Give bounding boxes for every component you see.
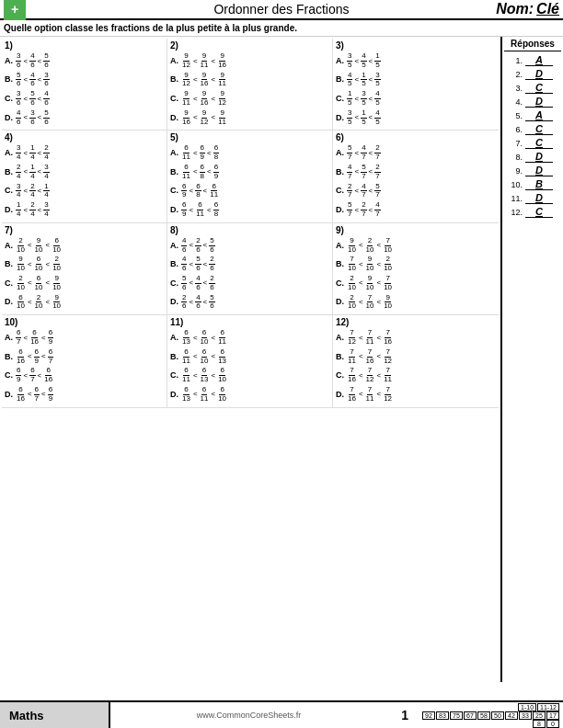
score-values-1: 92837567585042332517: [422, 711, 559, 720]
answer-item: 8.D: [504, 151, 561, 163]
answer-item: 9.D: [504, 165, 561, 176]
answers-column: Réponses 1.A2.D3.C4.D5.A6.C7.C8.D9.D10.B…: [500, 37, 563, 682]
q1-option-a: A. 36 < 46 < 56: [5, 52, 164, 70]
question-7: 7) A. 210< 910< 610 B. 910< 610< 210 C. …: [2, 223, 167, 315]
answers-title: Réponses: [504, 39, 561, 51]
instructions: Quelle option classe les fractions de la…: [0, 20, 563, 37]
question-6: 6) A. 57< 47< 27 B. 47< 57< 27 C. 27< 47…: [333, 131, 499, 222]
question-2: 2) A. 912< 911< 916 B. 912< 916< 911 C. …: [167, 39, 333, 131]
score-range-1: 1-10: [518, 703, 536, 711]
question-12: 12) A. 712< 711< 716 B. 711< 716< 712 C.…: [333, 315, 499, 407]
footer: Maths www.CommonCoreSheets.fr 1 1-10 11-…: [0, 700, 563, 728]
score-range-2: 11-12: [537, 703, 559, 711]
q1-option-d: D. 46 < 36 < 56: [5, 109, 164, 127]
header: + Ordonner des Fractions Nom: Clé: [0, 0, 563, 20]
answer-item: 11.D: [504, 192, 561, 204]
answers-list: 1.A2.D3.C4.D5.A6.C7.C8.D9.D10.B11.D12.C: [504, 54, 561, 218]
question-9: 9) A. 910< 210< 710 B. 710< 910< 210 C. …: [333, 223, 499, 315]
question-1: 1) A. 36 < 46 < 56 B.: [2, 39, 167, 131]
page-title: Ordonner des Fractions: [213, 2, 349, 17]
footer-page: 1: [387, 708, 422, 722]
question-10: 10) A. 67< 616< 69 B. 616< 69< 67 C. 69<…: [2, 315, 167, 407]
answer-item: 4.D: [504, 96, 561, 108]
answer-item: 2.D: [504, 68, 561, 80]
nom-label: Nom: Clé: [496, 1, 559, 17]
q1-option-b: B. 56 < 46 < 36: [5, 72, 164, 89]
content-area: 1) A. 36 < 46 < 56 B.: [0, 37, 563, 682]
footer-website: www.CommonCoreSheets.fr: [110, 711, 387, 720]
question-11: 11) A. 613< 610< 611 B. 611< 610< 613 C.…: [167, 315, 333, 407]
answer-item: 5.A: [504, 109, 561, 121]
nom-value: Clé: [536, 1, 559, 17]
answer-item: 12.C: [504, 206, 561, 218]
score-values-2: 80: [533, 720, 559, 728]
questions-grid: 1) A. 36 < 46 < 56 B.: [2, 39, 499, 408]
answer-item: 7.C: [504, 137, 561, 149]
nom-text: Nom:: [496, 1, 534, 17]
answer-item: 6.C: [504, 123, 561, 135]
answer-item: 3.C: [504, 82, 561, 94]
question-5: 5) A. 611< 69< 68 B. 611< 68< 69 C. 69< …: [167, 131, 333, 222]
question-4: 4) A. 34< 14< 24 B. 24< 14< 34 C. 34< 24…: [2, 131, 167, 222]
page: + Ordonner des Fractions Nom: Clé Quelle…: [0, 0, 563, 728]
footer-subject: Maths: [0, 702, 110, 728]
logo: +: [4, 0, 26, 20]
answer-item: 1.A: [504, 54, 561, 66]
q1-option-c: C. 36 < 56 < 46: [5, 90, 164, 108]
footer-scores: 1-10 11-12 92837567585042332517 80: [422, 703, 563, 728]
question-3: 3) A. 35< 45< 15 B. 45< 15< 35 C. 15< 35…: [333, 39, 499, 131]
questions-area: 1) A. 36 < 46 < 56 B.: [0, 37, 500, 682]
question-8: 8) A. 46< 26< 56 B. 46< 56< 26 C. 56< 46…: [167, 223, 333, 315]
score-header-row: 1-10 11-12: [518, 703, 559, 711]
answer-item: 10.B: [504, 178, 561, 190]
